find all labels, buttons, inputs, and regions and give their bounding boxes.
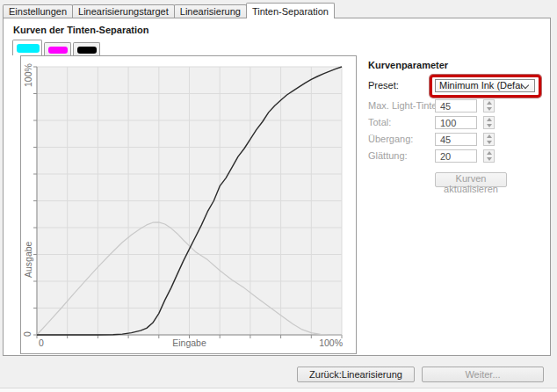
glaettung-field[interactable]: [435, 149, 477, 163]
tab-tinten-separation[interactable]: Tinten-Separation: [246, 3, 335, 18]
tab-page-tinten-separation: Kurven der Tinten-Separation 100%Ausgabe…: [3, 18, 551, 356]
back-linearization-button[interactable]: Zurück:Linearisierung: [297, 367, 415, 382]
svg-text:Eingabe: Eingabe: [172, 338, 206, 348]
spin-down-icon[interactable]: [484, 106, 494, 112]
glaettung-stepper[interactable]: [483, 149, 495, 163]
preset-label: Preset:: [368, 79, 399, 92]
channel-tab-black[interactable]: [73, 42, 100, 55]
total-stepper[interactable]: [483, 116, 495, 129]
svg-text:0: 0: [39, 338, 44, 348]
glaettung-label: Glättung:: [368, 149, 408, 163]
max-light-ink-stepper[interactable]: [483, 99, 495, 113]
svg-text:100%: 100%: [23, 63, 33, 87]
spin-up-icon[interactable]: [484, 150, 494, 156]
spin-up-icon[interactable]: [484, 134, 494, 139]
black-swatch: [77, 47, 97, 54]
spin-up-icon[interactable]: [484, 100, 494, 105]
preset-value: Minimum Ink (Default): [439, 80, 523, 91]
tab-einstellungen[interactable]: Einstellungen: [3, 4, 73, 18]
spin-down-icon[interactable]: [484, 156, 494, 162]
parameters-heading: Kurvenparameter: [368, 60, 448, 70]
tab-linearisierung[interactable]: Linearisierung: [174, 4, 247, 18]
tab-bar: Einstellungen Linearisierungstarget Line…: [3, 2, 334, 18]
tab-linearisierungstarget[interactable]: Linearisierungstarget: [72, 4, 175, 18]
channel-tab-cyan[interactable]: [12, 40, 42, 55]
preset-highlight-annotation: Minimum Ink (Default): [430, 75, 541, 98]
uebergang-label: Übergang:: [368, 133, 413, 146]
total-label: Total:: [368, 116, 391, 129]
chart-panel: 100%Ausgabe00Eingabe100%: [20, 55, 357, 354]
magenta-swatch: [48, 47, 68, 54]
separation-curves-chart: 100%Ausgabe00Eingabe100%: [21, 56, 356, 353]
uebergang-stepper[interactable]: [483, 133, 495, 146]
svg-text:0: 0: [22, 331, 33, 337]
uebergang-field[interactable]: [435, 133, 477, 146]
preset-dropdown[interactable]: Minimum Ink (Default): [435, 79, 535, 92]
channel-tab-magenta[interactable]: [44, 42, 71, 55]
update-curves-button[interactable]: Kurven aktualisieren: [435, 172, 507, 187]
spin-down-icon[interactable]: [484, 140, 494, 145]
spin-down-icon[interactable]: [484, 123, 494, 128]
chevron-down-icon: [523, 83, 529, 89]
svg-text:Ausgabe: Ausgabe: [23, 241, 33, 278]
total-field[interactable]: [435, 116, 477, 129]
max-light-ink-field[interactable]: [435, 99, 477, 113]
cyan-swatch: [17, 44, 40, 53]
svg-text:100%: 100%: [319, 338, 343, 348]
window-bottom-edge: [0, 388, 557, 392]
spin-up-icon[interactable]: [484, 117, 494, 122]
section-heading: Kurven der Tinten-Separation: [13, 25, 148, 35]
next-button[interactable]: Weiter...: [422, 367, 544, 382]
max-light-ink-label: Max. Light-Tinte:: [368, 99, 440, 113]
